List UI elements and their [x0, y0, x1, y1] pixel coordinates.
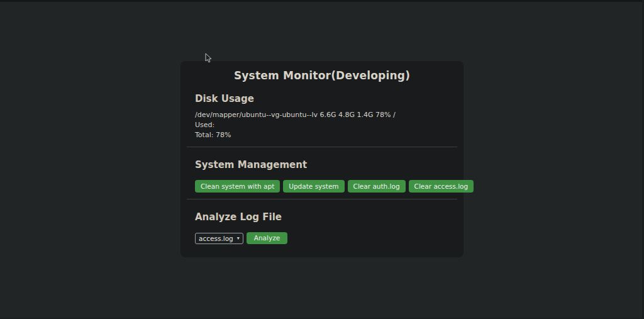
- clear-authlog-button[interactable]: Clear auth.log: [348, 180, 406, 193]
- analyze-button[interactable]: Analyze: [247, 232, 287, 244]
- page-background: { "page": { "title": "System Monitor(Dev…: [0, 0, 644, 319]
- log-file-select[interactable]: access.log ▾: [195, 233, 243, 244]
- clear-accesslog-button[interactable]: Clear access.log: [409, 180, 474, 193]
- disk-usage-heading: Disk Usage: [195, 92, 449, 105]
- disk-usage-line-used: Used:: [195, 120, 449, 130]
- clean-system-button[interactable]: Clean system with apt: [195, 180, 280, 193]
- update-system-button[interactable]: Update system: [283, 180, 344, 193]
- chevron-down-icon: ▾: [237, 236, 240, 241]
- system-management-buttons: Clean system with apt Update system Clea…: [195, 180, 449, 193]
- disk-usage-line-device: /dev/mapper/ubuntu--vg-ubuntu--lv 6.6G 4…: [195, 110, 449, 120]
- section-divider: [187, 199, 457, 199]
- log-file-select-value: access.log: [199, 235, 233, 242]
- system-management-heading: System Management: [195, 159, 449, 171]
- monitor-card: System Monitor(Developing) Disk Usage /d…: [180, 61, 464, 257]
- section-divider: [187, 147, 457, 147]
- disk-usage-line-total: Total: 78%: [195, 130, 449, 140]
- analyze-controls: access.log ▾ Analyze: [195, 232, 449, 244]
- window-edge-top: [0, 0, 644, 2]
- analyze-log-heading: Analyze Log File: [195, 211, 449, 223]
- page-title: System Monitor(Developing): [195, 67, 449, 84]
- disk-usage-info: /dev/mapper/ubuntu--vg-ubuntu--lv 6.6G 4…: [195, 110, 449, 140]
